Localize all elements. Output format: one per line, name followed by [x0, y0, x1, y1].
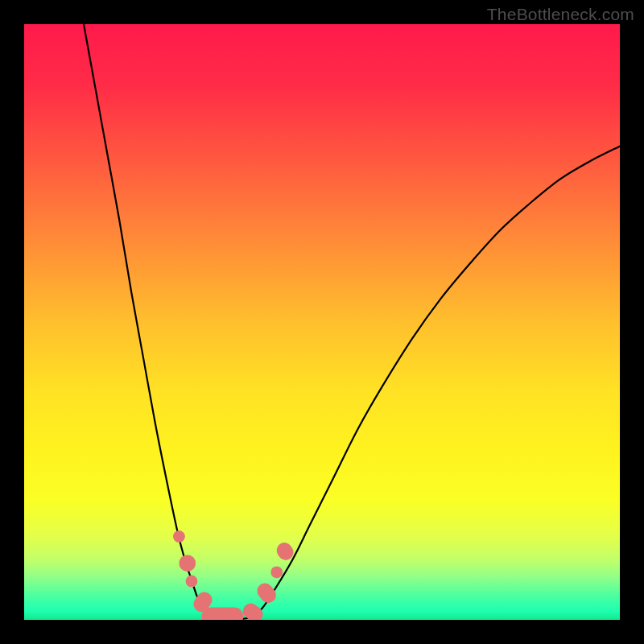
plot-area	[24, 24, 620, 620]
watermark-text: TheBottleneck.com	[487, 5, 634, 24]
gradient-background	[24, 24, 620, 620]
marker-dot	[270, 566, 283, 578]
marker-dot	[173, 530, 185, 543]
marker-dot	[186, 576, 198, 588]
marker-dot	[179, 555, 196, 572]
outer-frame: TheBottleneck.com	[0, 0, 644, 644]
marker-pill	[202, 607, 244, 620]
chart-svg	[24, 24, 620, 620]
